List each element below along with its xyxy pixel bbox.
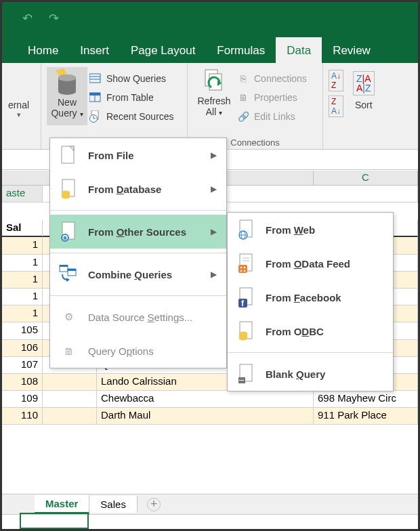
show-queries-icon [89,72,102,85]
new-query-button[interactable]: New Query ▾ [47,67,87,125]
cell-name[interactable]: Darth Maul [97,408,314,425]
cell-id[interactable]: 108 [2,374,43,391]
connections-icon: ⎘ [236,72,250,85]
cell-id[interactable]: 1 [2,305,43,322]
bottom-bar [2,514,418,529]
menu-qopt-label: Query Options [88,345,217,357]
cell-addr[interactable]: 698 Mayhew Circ [314,391,418,408]
menu-data-source-settings[interactable]: ⚙ Data Source Settings... [50,300,226,334]
svg-point-41 [244,267,246,269]
menu-query-options[interactable]: 🗎 Query Options [50,334,226,368]
recent-sources-button[interactable]: Recent Sources [87,108,175,125]
menu-from-file[interactable]: From File ▶ [50,138,226,172]
menu-from-odata[interactable]: From OData Feed [228,247,393,280]
menu-combine-queries[interactable]: Combine Queries ▶ [50,257,226,291]
external-data-button[interactable]: ernal ▾ [2,67,35,121]
recent-sources-label: Recent Sources [106,111,174,122]
col-header-c[interactable]: C [314,171,418,186]
cell-aster[interactable]: aste [2,186,43,203]
svg-rect-5 [89,74,100,83]
svg-rect-28 [60,265,68,267]
cell-addr[interactable]: 911 Park Place [314,408,418,425]
new-query-menu: From File ▶ From Database ▶ From Other S… [49,137,227,368]
menu-from-odata-label: From OData Feed [266,258,383,270]
web-icon [236,219,256,240]
properties-button: 🗎 Properties [235,89,308,106]
cell-id[interactable]: 107 [2,357,43,374]
other-sources-icon [58,221,79,242]
combine-icon [58,264,79,284]
cell-id[interactable]: 109 [2,391,43,408]
cell-gap[interactable] [43,391,97,408]
cell-id[interactable]: 110 [2,408,43,425]
table-row[interactable]: 110Darth Maul911 Park Place [2,408,418,425]
selected-cell[interactable] [20,513,89,529]
svg-marker-31 [66,278,70,282]
sort-button[interactable]: Z|A A|Z Sort [349,70,379,112]
svg-point-23 [62,196,70,199]
from-table-label: From Table [106,92,154,103]
menu-from-facebook[interactable]: f From Facebook [228,280,393,314]
refresh-label2: All [206,106,217,117]
recent-sources-icon [89,110,102,123]
connections-button[interactable]: ⎘ Connections [235,70,308,87]
svg-rect-53 [239,380,244,381]
tab-home[interactable]: Home [17,37,69,63]
ribbon-tabs: Home Insert Page Layout Formulas Data Re… [2,35,418,63]
options-icon: 🗎 [58,341,79,361]
from-table-icon [89,91,102,104]
facebook-icon: f [236,287,256,307]
table-row[interactable]: 109Chewbacca698 Mayhew Circ [2,391,418,408]
undo-icon[interactable]: ↶ [22,11,33,26]
refresh-all-button[interactable]: Refresh All ▾ [193,67,235,135]
chevron-right-icon: ▶ [211,227,217,236]
database-icon [56,68,79,97]
cell-id[interactable]: 1 [2,289,43,305]
sort-asc-icon[interactable]: A↓Z [329,70,343,91]
menu-from-odbc-label: From ODBC [266,326,383,337]
cell-gap[interactable] [43,408,97,425]
svg-rect-9 [89,93,100,95]
new-query-label1: New [58,97,77,108]
show-queries-label: Show Queries [106,73,166,84]
menu-dss-label: Data Source Settings... [88,312,217,323]
cell-id[interactable]: 1 [2,272,43,289]
other-sources-submenu: From Web From OData Feed f From Facebook… [227,212,394,391]
chevron-right-icon: ▶ [211,270,217,279]
cell-id[interactable]: 105 [2,322,43,339]
svg-rect-30 [68,269,76,271]
menu-blank-query[interactable]: Blank Query [228,357,393,391]
blank-query-icon [236,364,256,384]
cell-id[interactable]: 1 [2,255,43,272]
sheet-tab-add[interactable]: + [147,498,161,511]
tab-page-layout[interactable]: Page Layout [120,37,206,63]
svg-point-50 [239,337,247,341]
menu-combine-label: Combine Queries [88,269,201,280]
show-queries-button[interactable]: Show Queries [87,70,175,87]
cell-id[interactable]: 1 [2,237,43,254]
tab-review[interactable]: Review [322,37,381,63]
tab-insert[interactable]: Insert [69,37,120,63]
connections-label: Connections [254,73,307,84]
cell-gap[interactable] [43,374,97,391]
from-table-button[interactable]: From Table [87,89,175,106]
sheet-tab-master[interactable]: Master [35,495,89,514]
header-sal[interactable]: Sal [2,220,43,237]
tab-formulas[interactable]: Formulas [206,37,276,63]
menu-from-other-sources[interactable]: From Other Sources ▶ [50,215,226,249]
menu-from-odbc[interactable]: From ODBC [228,314,393,348]
menu-from-web[interactable]: From Web [228,213,393,247]
odbc-icon [236,321,256,341]
sort-desc-icon[interactable]: ZA↓ [329,95,343,117]
properties-label: Properties [254,92,297,103]
ribbon: ernal ▾ New Query ▾ [2,63,418,150]
menu-from-database[interactable]: From Database ▶ [50,172,226,206]
tab-data[interactable]: Data [276,37,322,63]
properties-icon: 🗎 [236,91,250,104]
cell-name[interactable]: Chewbacca [97,391,314,408]
external-label: ernal [8,100,29,110]
edit-links-icon: 🔗 [236,110,250,123]
cell-id[interactable]: 106 [2,340,43,357]
redo-icon[interactable]: ↷ [49,11,59,26]
sheet-tab-sales[interactable]: Sales [89,496,138,513]
